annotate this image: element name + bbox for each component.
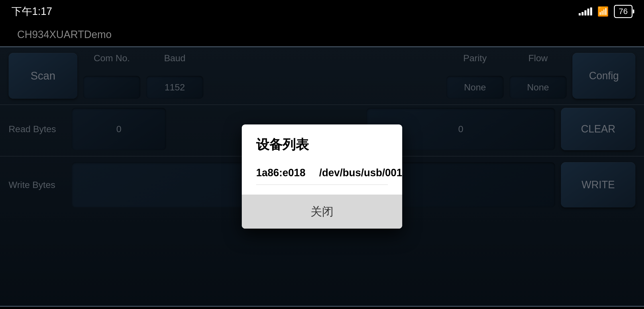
status-time: 下午1:17 [11, 5, 52, 19]
app-title: CH934XUARTDemo [0, 23, 644, 46]
device-id: 1a86:e018 [256, 167, 308, 179]
main-area: Scan Com No. Baud 1152 Parity None Flow … [0, 46, 644, 307]
battery-icon: 76 [614, 5, 633, 18]
signal-icon [579, 7, 592, 15]
device-path: /dev/bus/usb/001/019 [319, 167, 402, 179]
status-bar: 下午1:17 📶 76 [0, 0, 644, 23]
dialog-footer: 关闭 [242, 195, 402, 229]
dialog-overlay: 设备列表 1a86:e018 /dev/bus/usb/001/019 关闭 [0, 47, 644, 306]
status-icons: 📶 76 [579, 5, 633, 18]
dialog-content: 设备列表 1a86:e018 /dev/bus/usb/001/019 [242, 124, 402, 195]
wifi-icon: 📶 [597, 6, 609, 17]
device-row[interactable]: 1a86:e018 /dev/bus/usb/001/019 [256, 162, 388, 183]
dialog-divider [256, 185, 388, 185]
device-list-dialog: 设备列表 1a86:e018 /dev/bus/usb/001/019 关闭 [242, 124, 402, 229]
dialog-title: 设备列表 [256, 136, 388, 154]
dialog-close-button[interactable]: 关闭 [242, 195, 402, 229]
